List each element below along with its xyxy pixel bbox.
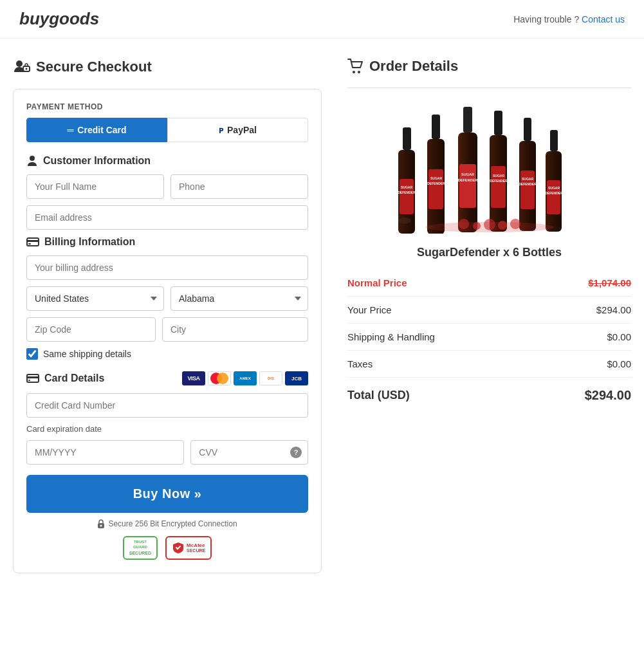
svg-point-46 <box>459 219 469 229</box>
checkout-card: PAYMENT METHOD ═ Credit Card ᴘ PayPal C <box>13 89 322 573</box>
main-content: Secure Checkout PAYMENT METHOD ═ Credit … <box>0 39 644 593</box>
logo: buygoods <box>19 9 99 29</box>
mastercard-icon <box>208 371 231 385</box>
svg-text:DEFENDER: DEFENDER <box>545 191 563 195</box>
country-select[interactable]: United States Canada United Kingdom <box>26 286 164 311</box>
svg-text:DEFENDER: DEFENDER <box>519 182 537 186</box>
svg-point-3 <box>30 156 35 161</box>
billing-address-row <box>26 255 308 280</box>
svg-point-11 <box>100 525 102 527</box>
svg-rect-30 <box>494 111 502 135</box>
customer-info-text: Customer Information <box>43 155 151 167</box>
cvv-help-icon[interactable]: ? <box>290 447 302 458</box>
svg-rect-25 <box>463 107 472 133</box>
taxes-value: $0.00 <box>607 358 631 369</box>
jcb-icon: JCB <box>285 371 308 385</box>
svg-point-50 <box>510 219 520 229</box>
svg-text:SUGAR: SUGAR <box>430 176 441 180</box>
payment-method-label: PAYMENT METHOD <box>26 102 308 111</box>
svg-rect-32 <box>491 166 506 208</box>
logo-text: buygoods <box>19 9 99 28</box>
payment-tabs: ═ Credit Card ᴘ PayPal <box>26 118 308 142</box>
expiry-label: Card expiration date <box>26 424 308 434</box>
shipping-row: Shipping & Handling $0.00 <box>347 324 631 351</box>
billing-icon <box>26 237 39 247</box>
svg-rect-37 <box>520 171 535 209</box>
same-shipping-checkbox[interactable] <box>26 348 38 360</box>
zip-city-row <box>26 317 308 342</box>
phone-input[interactable] <box>170 174 308 199</box>
product-name: SugarDefender x 6 Bottles <box>347 246 631 259</box>
svg-text:DEFENDER: DEFENDER <box>490 179 508 183</box>
credit-card-label: Credit Card <box>77 125 126 135</box>
email-input[interactable] <box>26 205 308 230</box>
shipping-value: $0.00 <box>607 331 631 342</box>
country-state-row: United States Canada United Kingdom Alab… <box>26 286 308 311</box>
svg-rect-40 <box>550 130 558 151</box>
svg-rect-14 <box>403 127 411 150</box>
header: buygoods Having trouble ? Contact us <box>0 0 644 39</box>
checkout-panel: Secure Checkout PAYMENT METHOD ═ Credit … <box>13 58 322 573</box>
svg-rect-22 <box>428 169 443 209</box>
discover-icon: DIS <box>259 371 282 385</box>
svg-rect-42 <box>547 180 560 214</box>
credit-card-tab[interactable]: ═ Credit Card <box>26 118 167 142</box>
billing-address-input[interactable] <box>26 255 308 280</box>
cart-icon <box>347 59 364 74</box>
same-shipping-row: Same shipping details <box>26 348 308 360</box>
svg-rect-20 <box>432 115 440 139</box>
order-divider <box>347 88 631 88</box>
card-details-title-text: Card Details <box>44 373 104 384</box>
order-title-text: Order Details <box>369 58 458 75</box>
city-input[interactable] <box>162 317 308 342</box>
card-number-input[interactable] <box>26 393 308 418</box>
svg-point-19 <box>398 217 411 224</box>
contact-link[interactable]: Contact us <box>582 14 625 24</box>
mcafee-text2: SECURE <box>187 548 205 553</box>
security-badges: TRUST GUARD SECURED McAfee SECURE <box>26 536 308 560</box>
same-shipping-label[interactable]: Same shipping details <box>43 349 131 359</box>
secure-icon <box>13 58 31 76</box>
billing-info-text: Billing Information <box>44 236 135 248</box>
your-price-row: Your Price $294.00 <box>347 297 631 324</box>
svg-point-48 <box>484 219 495 230</box>
trustguard-text: SECURED <box>129 550 151 556</box>
your-price-value: $294.00 <box>596 304 631 315</box>
svg-rect-35 <box>524 118 531 141</box>
checkout-title-text: Secure Checkout <box>36 59 152 75</box>
mcafee-text1: McAfee <box>187 542 205 548</box>
state-select[interactable]: Alabama Alaska Arizona <box>170 286 308 311</box>
full-name-input[interactable] <box>26 174 164 199</box>
lock-icon <box>97 519 105 528</box>
cvv-wrapper: ? <box>190 440 308 465</box>
email-row <box>26 205 308 230</box>
svg-point-13 <box>358 71 360 73</box>
svg-text:SUGAR: SUGAR <box>521 177 533 181</box>
buy-now-button[interactable]: Buy Now » <box>26 475 308 513</box>
svg-rect-5 <box>27 240 39 242</box>
expiry-cvv-row: ? <box>26 440 308 465</box>
paypal-tab[interactable]: ᴘ PayPal <box>167 118 308 142</box>
svg-rect-9 <box>28 380 30 381</box>
secure-text-label: Secure 256 Bit Encrypted Connection <box>108 519 237 528</box>
customer-info-title: Customer Information <box>26 155 308 167</box>
svg-text:DEFENDER: DEFENDER <box>427 181 445 185</box>
svg-rect-8 <box>27 376 39 378</box>
svg-point-47 <box>473 222 481 230</box>
svg-rect-27 <box>459 164 476 208</box>
paypal-icon: ᴘ <box>219 125 223 135</box>
svg-point-2 <box>26 68 28 70</box>
trustguard-badge: TRUST GUARD SECURED <box>123 536 158 560</box>
svg-text:SUGAR: SUGAR <box>492 174 504 178</box>
checkout-title: Secure Checkout <box>13 58 322 76</box>
expiry-input[interactable] <box>26 440 184 465</box>
name-phone-row <box>26 174 308 199</box>
zip-input[interactable] <box>26 317 156 342</box>
order-title: Order Details <box>347 58 631 75</box>
svg-point-49 <box>498 221 507 230</box>
credit-card-icon: ═ <box>67 125 73 135</box>
svg-text:SUGAR: SUGAR <box>547 186 559 190</box>
svg-rect-16 <box>400 179 414 214</box>
paypal-label: PayPal <box>227 125 257 135</box>
card-details-title-group: Card Details <box>26 373 104 384</box>
